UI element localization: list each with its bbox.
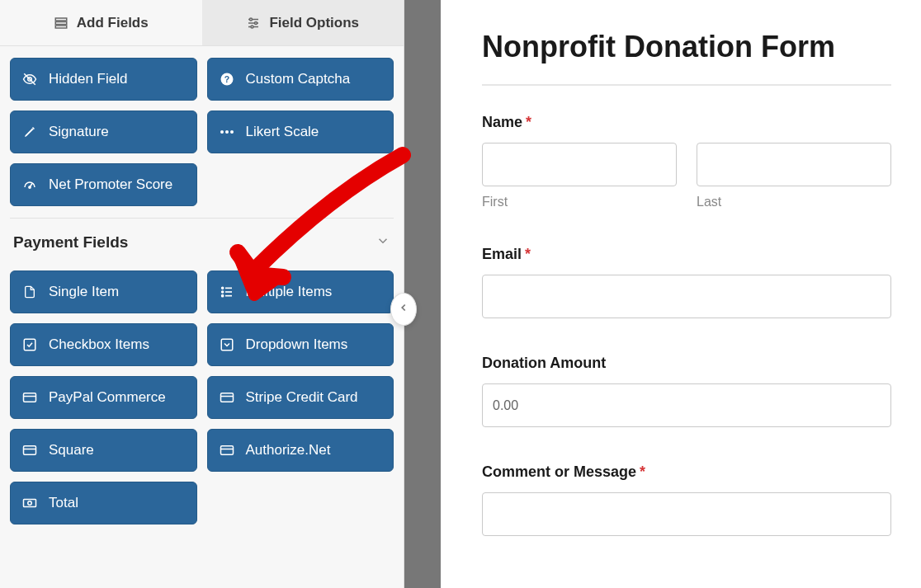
svg-point-17 (29, 186, 31, 188)
svg-point-22 (221, 291, 223, 293)
first-name-input[interactable] (482, 143, 677, 186)
collapse-sidebar-button[interactable] (390, 293, 417, 326)
svg-point-21 (221, 287, 223, 289)
divider (482, 84, 891, 86)
payment-square[interactable]: Square (10, 429, 197, 472)
payment-single-item[interactable]: Single Item (10, 270, 197, 313)
field-label: Hidden Field (49, 71, 127, 87)
form-group-comment: Comment or Message* (482, 463, 891, 536)
field-label: Authorize.Net (246, 442, 331, 459)
caret-square-icon (220, 337, 234, 352)
card-icon (220, 445, 234, 456)
section-title: Payment Fields (13, 233, 128, 252)
svg-point-15 (230, 130, 234, 134)
svg-point-23 (221, 295, 223, 297)
field-label: Custom Captcha (246, 71, 351, 87)
field-label: Single Item (49, 284, 119, 300)
svg-point-14 (225, 130, 229, 134)
svg-rect-1 (55, 21, 67, 24)
required-asterisk: * (525, 246, 531, 262)
list-icon (220, 285, 234, 299)
payment-multiple-items[interactable]: Multiple Items (207, 270, 394, 313)
field-label: Net Promoter Score (49, 176, 172, 193)
money-icon (22, 497, 37, 509)
field-label: Total (49, 495, 78, 511)
dots-icon (220, 129, 234, 135)
svg-point-8 (251, 26, 253, 28)
form-group-donation: Donation Amount (482, 355, 891, 427)
field-net-promoter-score[interactable]: Net Promoter Score (10, 163, 197, 206)
sublabel-first: First (482, 195, 677, 209)
field-label: PayPal Commerce (49, 389, 166, 406)
tab-add-fields[interactable]: Add Fields (0, 0, 202, 45)
gauge-icon (22, 177, 37, 192)
question-circle-icon: ? (220, 72, 234, 87)
field-label: Checkbox Items (49, 336, 149, 353)
field-label: Multiple Items (246, 284, 333, 300)
donation-amount-input[interactable] (482, 383, 891, 427)
field-label: Stripe Credit Card (246, 389, 358, 406)
label-comment: Comment or Message* (482, 463, 891, 481)
tab-field-options[interactable]: Field Options (202, 0, 404, 45)
eye-slash-icon (22, 72, 37, 87)
comment-input[interactable] (482, 492, 891, 536)
svg-text:?: ? (224, 74, 229, 84)
card-icon (22, 392, 37, 403)
chevron-down-icon (375, 233, 390, 252)
add-fields-icon (54, 16, 68, 31)
required-asterisk: * (526, 114, 531, 130)
svg-rect-28 (220, 393, 233, 402)
card-icon (220, 392, 234, 403)
section-payment-fields[interactable]: Payment Fields (10, 218, 394, 266)
svg-point-6 (255, 21, 257, 24)
payment-paypal-commerce[interactable]: PayPal Commerce (10, 376, 197, 419)
label-name: Name* (482, 114, 891, 131)
field-label: Dropdown Items (246, 336, 348, 353)
tab-add-fields-label: Add Fields (77, 15, 149, 31)
label-email: Email* (482, 246, 891, 263)
field-label: Signature (49, 124, 109, 140)
svg-rect-0 (55, 18, 67, 21)
card-icon (22, 445, 37, 456)
payment-authorize-net[interactable]: Authorize.Net (207, 429, 394, 472)
tabs: Add Fields Field Options (0, 0, 404, 46)
last-name-input[interactable] (697, 143, 891, 186)
form-preview: Nonprofit Donation Form Name* First Last… (441, 0, 921, 588)
svg-rect-2 (55, 26, 67, 28)
form-title: Nonprofit Donation Form (482, 30, 891, 64)
svg-rect-26 (24, 393, 36, 402)
label-donation: Donation Amount (482, 355, 891, 372)
svg-point-13 (220, 130, 224, 134)
email-input[interactable] (482, 275, 891, 318)
pencil-icon (22, 125, 37, 139)
sidebar: Add Fields Field Options Hidden Field ? … (0, 0, 404, 588)
payment-total[interactable]: Total (10, 482, 197, 524)
fields-container: Hidden Field ? Custom Captcha Signature … (0, 46, 404, 588)
svg-point-35 (28, 501, 32, 506)
svg-rect-32 (220, 446, 233, 455)
field-custom-captcha[interactable]: ? Custom Captcha (207, 58, 394, 101)
payment-dropdown-items[interactable]: Dropdown Items (207, 323, 394, 366)
check-square-icon (22, 337, 37, 352)
sublabel-last: Last (697, 195, 891, 209)
svg-point-4 (250, 18, 253, 21)
payment-checkbox-items[interactable]: Checkbox Items (10, 323, 197, 366)
form-group-name: Name* First Last (482, 114, 891, 209)
svg-rect-30 (24, 446, 36, 455)
field-label: Square (49, 442, 94, 459)
chevron-left-icon (398, 302, 409, 317)
tab-field-options-label: Field Options (269, 15, 359, 31)
svg-rect-34 (24, 500, 36, 507)
field-signature[interactable]: Signature (10, 111, 197, 153)
field-hidden-field[interactable]: Hidden Field (10, 58, 197, 101)
svg-rect-25 (221, 339, 233, 350)
svg-rect-24 (24, 339, 35, 350)
sliders-icon (246, 16, 261, 31)
field-likert-scale[interactable]: Likert Scale (207, 111, 394, 153)
file-icon (22, 285, 37, 299)
form-group-email: Email* (482, 246, 891, 318)
field-label: Likert Scale (246, 124, 319, 140)
required-asterisk: * (640, 463, 645, 480)
payment-stripe-credit-card[interactable]: Stripe Credit Card (207, 376, 394, 419)
